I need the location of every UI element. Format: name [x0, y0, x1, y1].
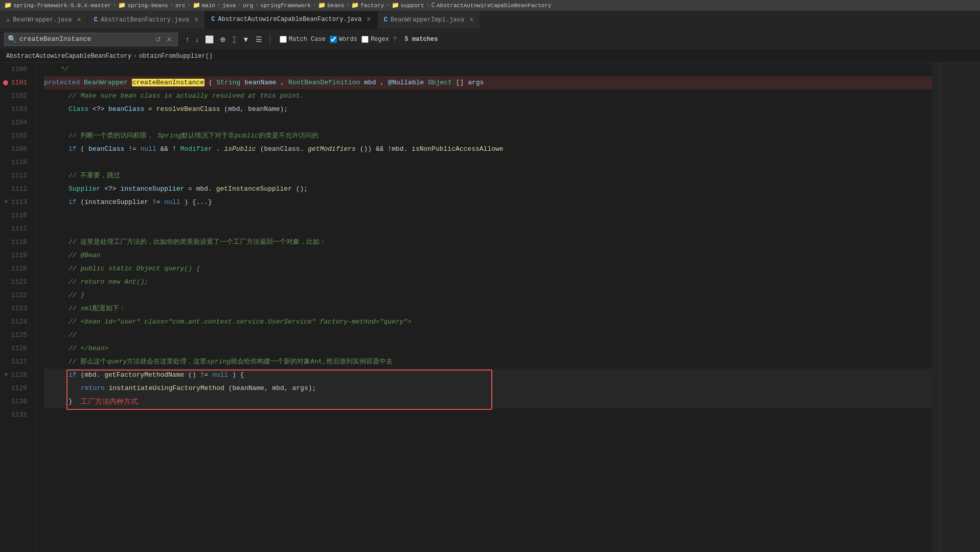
- regex-label[interactable]: Regex: [371, 36, 389, 43]
- search-input[interactable]: [19, 35, 150, 43]
- prev-match-btn[interactable]: ↑: [183, 34, 192, 45]
- code-line-1131: [44, 408, 932, 422]
- help-button[interactable]: ?: [393, 36, 397, 43]
- words-label[interactable]: Words: [339, 36, 357, 43]
- regex-checkbox[interactable]: [361, 36, 369, 43]
- code-line-1100: */: [44, 63, 932, 76]
- class-icon-3: C: [384, 16, 388, 24]
- line-num: 1113: [11, 196, 27, 209]
- line-num: 1112: [11, 182, 27, 196]
- line-num: 1127: [11, 355, 27, 369]
- code-line-1106: if ( beanClass != null && ! Modifier . i…: [44, 143, 932, 156]
- breadcrumb-beans[interactable]: 📁 beans: [318, 2, 344, 9]
- line-num: 1106: [11, 143, 27, 156]
- menu-btn[interactable]: ☰: [253, 34, 265, 45]
- breadcrumb-module[interactable]: 📁 spring-beans: [118, 2, 168, 9]
- line-num: 1110: [11, 156, 27, 169]
- code-line-1124: // <bean id="user" class="com.ant.contex…: [44, 315, 932, 329]
- breadcrumb-file[interactable]: C AbstractAutowireCapableBeanFactory: [431, 2, 552, 9]
- annotation-label: 工厂方法内种方式: [81, 395, 138, 408]
- tab-abstractautowire[interactable]: C AbstractAutowireCapableBeanFactory.jav…: [205, 11, 377, 29]
- line-num: 1124: [11, 315, 27, 329]
- gutter-line-1101: 1101: [0, 76, 31, 89]
- tab-abstractbeanfactory[interactable]: C AbstractBeanFactory.java ×: [88, 11, 205, 29]
- folder-icon-4: 📁: [318, 2, 326, 9]
- tab-close-btn-3[interactable]: ×: [367, 15, 371, 24]
- folder-icon-6: 📁: [392, 2, 399, 9]
- breakpoint-indicator[interactable]: [3, 80, 8, 85]
- undo-search-btn[interactable]: ↺: [153, 34, 163, 44]
- tab-label: AbstractAutowireCapableBeanFactory.java: [218, 16, 362, 23]
- line-num: 1111: [11, 169, 27, 182]
- line-num: 1100: [11, 63, 27, 76]
- gutter-line-1125: 1125: [0, 329, 31, 342]
- code-line-1122: // }: [44, 289, 932, 302]
- gutter-line-1111: 1111: [0, 169, 31, 182]
- tab-close-btn-4[interactable]: ×: [469, 16, 473, 24]
- search-nav-btns: ↑ ↓ ⬜ ⊕ ⌶ ▼ ☰: [183, 34, 265, 45]
- code-content: */ protected BeanWrapper createBeanInsta…: [36, 63, 932, 552]
- line-num: 1125: [11, 329, 27, 342]
- code-line-1118: // 这里是处理工厂方法的，比如你的类里面设置了一个工厂方法返回一个对象，比如：: [44, 236, 932, 249]
- code-line-1125: //: [44, 329, 932, 342]
- comment-text: */: [60, 65, 69, 73]
- gutter-line-1118: 1118: [0, 236, 31, 249]
- line-num: 1129: [11, 382, 27, 395]
- path-method[interactable]: obtainFromSupplier(): [139, 53, 213, 60]
- tab-close-btn[interactable]: ×: [77, 16, 81, 24]
- code-line-1128: if (mbd. getFactoryMethodName () != null…: [44, 369, 932, 382]
- search-options: Match Case Words Regex ? 5 matches: [280, 36, 438, 43]
- code-line-1117: [44, 222, 932, 236]
- gutter-line-1119: 1119: [0, 249, 31, 262]
- multiselect-btn[interactable]: ⊕: [217, 34, 229, 45]
- match-case-option: Match Case: [280, 36, 326, 43]
- fold-btn[interactable]: ▼: [3, 199, 9, 205]
- line-num: 1119: [11, 249, 27, 262]
- divider: [270, 34, 270, 44]
- tab-close-btn-2[interactable]: ×: [194, 16, 198, 24]
- line-num: 1105: [11, 129, 27, 143]
- gutter-line-1126: 1126: [0, 342, 31, 355]
- path-file[interactable]: AbstractAutowireCapableBeanFactory: [6, 53, 131, 60]
- line-num: 1120: [11, 262, 27, 275]
- line-num: 1102: [11, 89, 27, 103]
- breadcrumb-factory[interactable]: 📁 factory: [351, 2, 384, 9]
- code-line-1116: [44, 209, 932, 222]
- folder-icon: 📁: [4, 2, 12, 9]
- breadcrumb-main[interactable]: 📁 main: [193, 2, 215, 9]
- line-num: 1103: [11, 103, 27, 116]
- breadcrumb-project[interactable]: spring-framework-5.0.X-master: [13, 3, 111, 9]
- next-match-btn[interactable]: ↓: [193, 34, 201, 45]
- gutter-line-1105: 1105: [0, 129, 31, 143]
- filter-btn[interactable]: ▼: [240, 34, 252, 45]
- line-num: 1122: [11, 289, 27, 302]
- code-line-1110: [44, 156, 932, 169]
- words-checkbox[interactable]: [330, 36, 337, 43]
- scrollbar-track[interactable]: [932, 63, 939, 552]
- breadcrumb-root[interactable]: 📁 spring-framework-5.0.X-master: [4, 2, 111, 9]
- breadcrumb-support[interactable]: 📁 support: [392, 2, 424, 9]
- line-num: 1117: [11, 222, 27, 236]
- gutter-line-1130: 1130: [0, 395, 31, 408]
- code-line-1103: Class <?> beanClass = resolveBeanClass (…: [44, 103, 932, 116]
- folder-icon-2: 📁: [118, 2, 126, 9]
- match-case-label[interactable]: Match Case: [289, 36, 326, 43]
- tab-beanwrapperimpl[interactable]: C BeanWrapperImpl.java ×: [378, 11, 481, 29]
- match-case-checkbox[interactable]: [280, 36, 287, 43]
- select-in-matches-btn[interactable]: ⌶: [230, 34, 239, 45]
- code-line-1130: } 工厂方法内种方式: [44, 395, 932, 408]
- gutter-line-1120: 1120: [0, 262, 31, 275]
- tab-beanwrapper[interactable]: ☕ BeanWrapper.java ×: [0, 11, 88, 29]
- clear-search-btn[interactable]: ✕: [164, 34, 174, 44]
- breadcrumb-bar: 📁 spring-framework-5.0.X-master › 📁 spri…: [0, 0, 980, 11]
- code-line-1120: // public static Object query() {: [44, 262, 932, 275]
- line-num: 1116: [11, 209, 27, 222]
- search-input-wrap[interactable]: 🔍 ↺ ✕: [4, 33, 178, 46]
- gutter-line-1106: 1106: [0, 143, 31, 156]
- highlighted-method: createBeanInstance: [132, 79, 204, 86]
- file-icon: C: [431, 2, 435, 9]
- fold-btn-2[interactable]: ▼: [3, 372, 9, 378]
- class-icon-2: C: [211, 16, 215, 23]
- select-all-btn[interactable]: ⬜: [202, 34, 216, 45]
- code-line-1127: // 那么这个query方法就会在这里处理，这里spring就会给你构建一个新的…: [44, 355, 932, 369]
